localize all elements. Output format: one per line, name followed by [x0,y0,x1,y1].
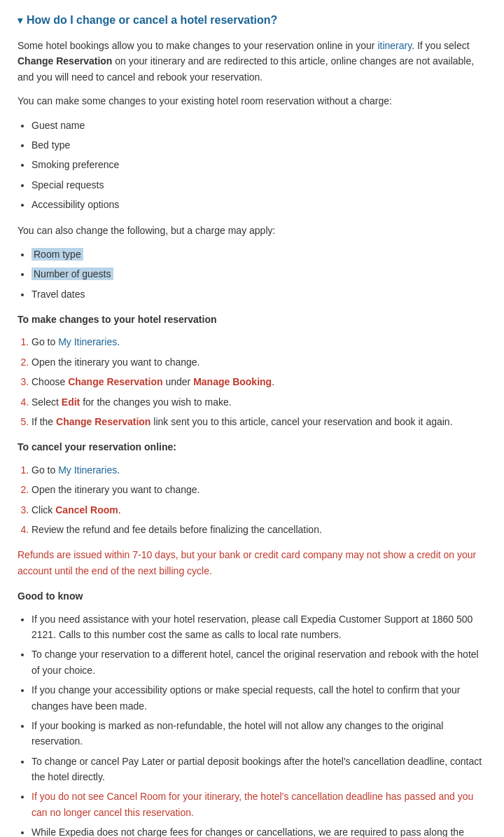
itinerary-link[interactable]: itinerary [377,40,412,51]
list-item: If your booking is marked as non-refunda… [31,718,486,749]
refund-note: Refunds are issued within 7-10 days, but… [18,547,486,579]
list-item: Guest name [31,118,486,133]
free-changes-list: Guest name Bed type Smoking preference S… [31,118,486,213]
make-changes-heading: To make changes to your hotel reservatio… [18,312,486,327]
cancel-step-2: Open the itinerary you want to change. [31,482,486,497]
intro-text2: . If you select [412,40,469,51]
cancel-step-4: Review the refund and fee details before… [31,522,486,537]
list-item: If you need assistance with your hotel r… [31,611,486,643]
list-item: While Expedia does not charge fees for c… [31,824,486,837]
cancel-steps: Go to My Itineraries. Open the itinerary… [31,462,486,538]
list-item: Number of guests [31,266,486,282]
list-item: To change your reservation to a differen… [31,646,486,678]
manage-booking-bold: Manage Booking [193,376,272,387]
list-item: Accessibility options [31,197,486,212]
make-changes-step-5: If the Change Reservation link sent you … [31,414,486,429]
charge-may-apply-intro: You can also change the following, but a… [18,223,486,238]
change-reservation-bold3: Change Reservation [56,416,150,427]
change-reservation-bold: Change Reservation [18,55,112,67]
list-item: If you do not see Cancel Room for your i… [31,789,486,820]
good-to-know-list: If you need assistance with your hotel r… [31,611,486,837]
make-changes-step-3: Choose Change Reservation under Manage B… [31,374,486,389]
change-reservation-bold2: Change Reservation [68,376,162,387]
page-title: ▾ How do I change or cancel a hotel rese… [18,14,486,27]
make-changes-step-1: Go to My Itineraries. [31,334,486,350]
cancel-step-3: Click Cancel Room. [31,502,486,518]
my-itineraries-link-1[interactable]: My Itineraries [58,336,117,347]
make-changes-step-4: Select Edit for the changes you wish to … [31,394,486,410]
list-item: Smoking preference [31,157,486,172]
make-changes-step-2: Open the itinerary you want to change. [31,354,486,370]
cancel-heading: To cancel your reservation online: [18,439,486,455]
list-item: Room type [31,247,486,262]
list-item: Special requests [31,177,486,193]
intro-paragraph: Some hotel bookings allow you to make ch… [18,38,486,85]
list-item: If you change your accessibility options… [31,682,486,714]
my-itineraries-link-2[interactable]: My Itineraries [58,464,117,476]
title-text: How do I change or cancel a hotel reserv… [27,14,277,27]
good-to-know-heading: Good to know [18,588,486,604]
free-changes-intro: You can make some changes to your existi… [18,93,486,109]
cancel-room-bold: Cancel Room [55,504,118,516]
list-item: To change or cancel Pay Later or partial… [31,754,486,785]
chevron-icon: ▾ [18,15,22,26]
intro-text1: Some hotel bookings allow you to make ch… [18,40,377,51]
charge-may-apply-list: Room type Number of guests Travel dates [31,247,486,302]
cancel-step-1: Go to My Itineraries. [31,462,486,478]
edit-bold: Edit [62,396,80,408]
list-item: Bed type [31,137,486,153]
list-item: Travel dates [31,286,486,302]
make-changes-steps: Go to My Itineraries. Open the itinerary… [31,334,486,429]
